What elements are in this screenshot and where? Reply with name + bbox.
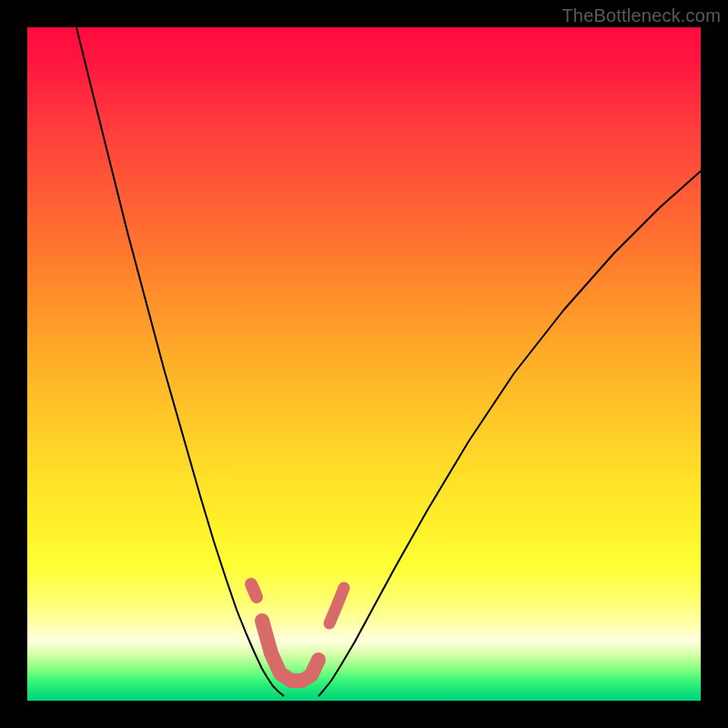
series-right-curve <box>318 171 701 696</box>
series-marker-bottom-u <box>262 621 318 681</box>
series-marker-left-pair <box>251 584 257 597</box>
watermark-text: TheBottleneck.com <box>561 5 721 26</box>
series-marker-right-dots <box>329 588 344 623</box>
chart-svg <box>27 27 701 701</box>
outer-frame: TheBottleneck.com <box>0 0 728 728</box>
